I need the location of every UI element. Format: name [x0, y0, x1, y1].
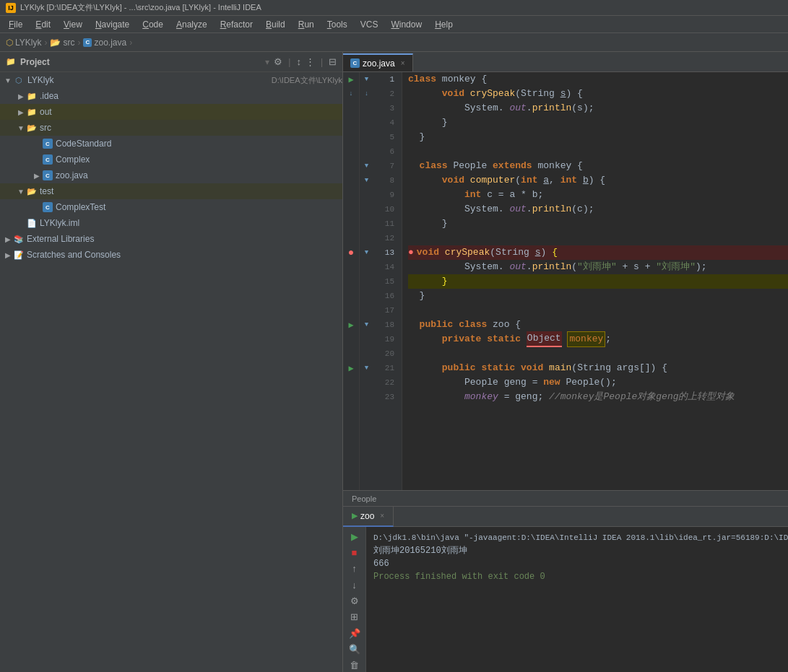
project-folder-icon: 📁 [6, 57, 16, 66]
main-layout: 📁 Project ▾ ⚙ | ↕ ⋮ | ⊟ ▼ ⬡ LYKlyk D:\ID… [0, 52, 788, 672]
tree-item-complextest[interactable]: C ComplexTest [0, 199, 342, 215]
zoo-java-icon: C [83, 38, 92, 47]
iml-icon: 📄 [26, 217, 38, 229]
run-tab-zoo[interactable]: ▶ zoo × [343, 507, 394, 527]
tree-item-iml[interactable]: 📄 LYKlyk.iml [0, 215, 342, 231]
menu-refactor[interactable]: Refactor [215, 18, 259, 31]
breadcrumb-src[interactable]: 📂 src [50, 38, 74, 48]
code-line-7: class People extends monkey { [408, 159, 788, 173]
code-content[interactable]: class monkey { void crySpeak(String s) {… [402, 72, 788, 490]
fold-21[interactable]: ▼ [360, 361, 373, 375]
code-editor[interactable]: ▶ ↓ ● ▶ ▶ [343, 72, 788, 490]
more-icon[interactable]: ⋮ [306, 56, 315, 67]
rerun-button[interactable]: ▶ [347, 530, 363, 543]
gutter-left: ▶ ↓ ● ▶ ▶ [343, 72, 359, 490]
editor-tab-zoo[interactable]: C zoo.java × [343, 53, 413, 71]
trash-button[interactable]: 🗑 [347, 659, 363, 672]
menu-vcs[interactable]: VCS [355, 18, 384, 31]
output-line-1: D:\jdk1.8\bin\java "-javaagent:D:\IDEA\I… [373, 531, 788, 544]
run-marker-18[interactable]: ▶ [343, 318, 359, 332]
tree-item-idea[interactable]: ▶ 📁 .idea [0, 88, 342, 104]
output-line-5: Process finished with exit code 0 [373, 570, 788, 583]
run-tab-close[interactable]: × [380, 512, 384, 520]
output-line-3: 666 [373, 557, 788, 570]
menu-analyze[interactable]: Analyze [170, 18, 213, 31]
code-line-6 [408, 144, 788, 159]
menu-build[interactable]: Build [260, 18, 291, 31]
tree-item-zoo[interactable]: ▶ C zoo.java [0, 167, 342, 183]
arrow-scratches: ▶ [3, 251, 13, 259]
complextest-java-icon: C [42, 201, 53, 213]
menu-window[interactable]: Window [385, 18, 428, 31]
collapse-icon[interactable]: ⊟ [329, 56, 337, 67]
breadcrumb-zoojava[interactable]: C zoo.java [83, 38, 126, 48]
tree-item-src[interactable]: ▼ 📂 src [0, 120, 342, 136]
filter-button[interactable]: 🔍 [347, 642, 363, 655]
project-title: Project [20, 57, 261, 67]
menubar: File Edit View Navigate Code Analyze Ref… [0, 16, 788, 33]
titlebar: IJ LYKlyk [D:\IDEA文件\LYKlyk] - ...\src\z… [0, 0, 788, 16]
menu-run[interactable]: Run [293, 18, 320, 31]
run-tabs: ▶ zoo × [343, 507, 788, 527]
code-line-14: System. out.println("刘雨坤" + s + "刘雨坤"); [408, 260, 788, 274]
arrow-idea: ▶ [16, 92, 26, 100]
code-line-20 [408, 346, 788, 361]
fold-8[interactable]: ▼ [360, 173, 373, 188]
extlibs-icon: 📚 [13, 233, 25, 245]
tree-item-lyklyk[interactable]: ▼ ⬡ LYKlyk D:\IDEA文件\LYKlyk [0, 72, 342, 88]
tree-item-extlibs[interactable]: ▶ 📚 External Libraries [0, 231, 342, 247]
zoo-tab-label: zoo.java [363, 58, 395, 69]
fold-1[interactable]: ▼ [360, 72, 373, 87]
code-line-16: } [408, 289, 788, 303]
breadcrumb-lyklyk[interactable]: ⬡ LYKlyk [6, 38, 41, 48]
title-text: LYKlyk [D:\IDEA文件\LYKlyk] - ...\src\zoo.… [20, 2, 261, 13]
tree-item-scratches[interactable]: ▶ 📝 Scratches and Consoles [0, 247, 342, 263]
tree-item-test[interactable]: ▼ 📂 test [0, 183, 342, 199]
project-tree: ▼ ⬡ LYKlyk D:\IDEA文件\LYKlyk ▶ 📁 .idea ▶ … [0, 72, 342, 672]
src-folder-icon-tree: 📂 [26, 122, 38, 134]
scroll-up-button[interactable]: ↑ [347, 562, 363, 575]
code-line-11: } [408, 217, 788, 231]
menu-view[interactable]: View [58, 18, 88, 31]
complex-java-icon: C [42, 154, 53, 165]
fold-2[interactable]: ↓ [360, 87, 373, 101]
code-line-15: } [408, 274, 788, 289]
code-line-4: } [408, 115, 788, 130]
gear-icon[interactable]: ⚙ [274, 56, 282, 67]
tree-item-out[interactable]: ▶ 📁 out [0, 104, 342, 120]
menu-code[interactable]: Code [137, 18, 169, 31]
layout-button[interactable]: ⊞ [347, 611, 363, 624]
breadcrumb: ⬡ LYKlyk › 📂 src › C zoo.java › [0, 33, 788, 52]
arrow-test: ▼ [16, 188, 26, 196]
code-line-2: void crySpeak(String s) { [408, 87, 788, 101]
menu-help[interactable]: Help [429, 18, 459, 31]
menu-edit[interactable]: Edit [30, 18, 56, 31]
code-line-12 [408, 231, 788, 245]
sort-icon[interactable]: ↕ [296, 56, 301, 67]
src-folder-icon: 📂 [50, 38, 61, 48]
code-line-9: int c = a * b; [408, 188, 788, 202]
run-marker-21[interactable]: ▶ [343, 361, 359, 375]
tree-item-codestandard[interactable]: C CodeStandard [0, 136, 342, 152]
run-content: ▶ ■ ↑ ↓ ⚙ ⊞ 📌 🔍 🗑 D:\jdk1.8\bin\java "-j… [343, 527, 788, 672]
breakpoint-13[interactable]: ● [343, 245, 359, 260]
scroll-down-button[interactable]: ↓ [347, 578, 363, 591]
menu-navigate[interactable]: Navigate [90, 18, 135, 31]
tree-item-complex[interactable]: C Complex [0, 152, 342, 167]
settings-run-button[interactable]: ⚙ [347, 594, 363, 607]
fold-18[interactable]: ▼ [360, 318, 373, 332]
code-line-8: void computer(int a, int b) { [408, 173, 788, 188]
fold-7[interactable]: ▼ [360, 159, 373, 173]
zoo-tab-close[interactable]: × [401, 59, 405, 67]
run-marker-1[interactable]: ▶ [343, 72, 359, 87]
line-numbers: 1 2 3 4 5 6 7 8 9 10 11 12 13 14 15 16 1… [373, 72, 402, 490]
menu-tools[interactable]: Tools [321, 18, 353, 31]
bottom-breadcrumb-text: People [352, 494, 376, 503]
fold-13[interactable]: ▼ [360, 245, 373, 260]
run-panel: ▶ zoo × ▶ ■ ↑ ↓ ⚙ ⊞ 📌 🔍 🗑 [343, 506, 788, 672]
stop-button[interactable]: ■ [347, 546, 363, 559]
code-line-21: public static void main(String args[]) { [408, 361, 788, 375]
pin-button[interactable]: 📌 [347, 627, 363, 640]
menu-file[interactable]: File [3, 18, 28, 31]
code-line-22: People geng = new People(); [408, 375, 788, 390]
